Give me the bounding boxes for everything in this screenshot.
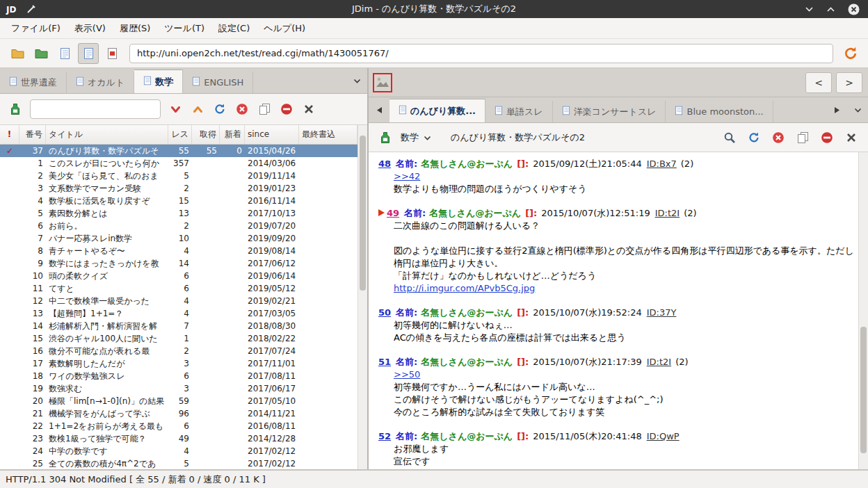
table-row[interactable]: 17素数解明したんだが32017/11/01 [0,357,357,370]
post-number-link[interactable]: 51 [378,357,391,367]
menu-item-0[interactable]: ファイル(F) [4,19,67,38]
table-row[interactable]: 23数検1級って独学で可能？492014/12/28 [0,432,357,445]
post-id-link[interactable]: ID:QwP [647,431,680,441]
menu-item-4[interactable]: 設定(C) [211,19,257,38]
thread-tab-list-button[interactable] [847,99,868,120]
post-id-link[interactable]: ID:t2I [655,208,680,218]
table-row[interactable]: 6お前ら。22019/07/20 [0,220,357,232]
thread-tab-2[interactable]: 洋楽コンサートスレ [553,101,666,122]
post-number-link[interactable]: 52 [378,431,391,441]
board-view-button[interactable] [54,43,75,64]
table-row[interactable]: 13【超難問】1+1=？42017/03/05 [0,307,357,320]
image-thumbnail-icon[interactable] [373,73,392,92]
post-number-link[interactable]: 48 [378,158,391,169]
post-link[interactable]: http://i.imgur.com/APvb5Cg.jpg [394,283,535,293]
table-row[interactable]: 221+1=2をお前らが考える最も62016/08/11 [0,420,357,432]
post-link[interactable]: >>42 [394,171,420,181]
table-row[interactable]: ✓37のんびり算数・数学パズルそ555502015/04/26 [0,145,357,157]
table-row[interactable]: 9数学にはまったきっかけを教142017/06/12 [0,257,357,270]
table-row[interactable]: 24中学の数学です42017/02/12 [0,445,357,457]
board-tab-list-button[interactable] [346,70,367,91]
thread-tab-0[interactable]: のんびり算数... [389,99,485,122]
post-id-link[interactable]: ID:37Y [647,307,677,318]
column-header-last[interactable]: 最終書込 [299,125,357,144]
table-row[interactable]: 14杉浦解析入門・解析演習を解72018/08/30 [0,320,357,332]
table-row[interactable]: 19数強求む32017/06/17 [0,382,357,395]
copy-button[interactable] [255,99,274,119]
menu-item-5[interactable]: ヘルプ(H) [257,19,312,38]
post-id-link[interactable]: ID:t2I [647,357,671,367]
next-view-button[interactable]: > [836,72,862,93]
url-reload-button[interactable] [840,43,861,64]
write-thread-button[interactable] [6,99,25,119]
table-row[interactable]: 16微分不可能な点が表れる最22017/07/24 [0,345,357,357]
close-button[interactable] [842,128,861,147]
board-tab-1[interactable]: オカルト [67,72,134,93]
board-list-scrollbar[interactable] [357,125,367,469]
menu-item-1[interactable]: 表示(V) [67,19,113,38]
board-tab-0[interactable]: 世界遺産 [0,72,67,93]
thread-tab-1[interactable]: 単語スレ [485,101,553,122]
url-input[interactable] [129,44,833,63]
scroll-tabs-right-button[interactable] [826,99,847,120]
thread-scrollbar[interactable] [858,152,868,469]
column-header-mark[interactable]: ! [0,125,19,144]
table-row[interactable]: 15渋谷のギャル100人に聞いた12018/02/22 [0,332,357,345]
thread-scrollbar-thumb[interactable] [860,327,867,453]
stop-button[interactable] [232,99,252,119]
search-down-button[interactable] [166,99,185,119]
post-id-link[interactable]: ID:Bx7 [647,158,677,169]
table-row[interactable]: 4数学板に活気を取り戻すぞ152016/11/14 [0,195,357,207]
stop-button[interactable] [769,128,788,147]
column-header-res[interactable]: レス [168,125,192,144]
write-post-button[interactable] [376,128,395,147]
search-button[interactable] [720,128,739,147]
table-row[interactable]: 25全ての素数の積が4π^2であ52017/02/12 [0,457,357,469]
column-header-title[interactable]: タイトル [46,125,168,144]
table-row[interactable]: 11てすと62019/05/12 [0,282,357,295]
table-row[interactable]: 7バナー応募スレin数学102019/09/20 [0,232,357,245]
close-button[interactable] [299,99,319,119]
table-row[interactable]: 1このスレが目についたら何か3572014/03/06 [0,157,357,170]
boards-folder-button[interactable] [7,43,28,64]
table-row[interactable]: 5素因数分解とは132017/10/13 [0,207,357,220]
table-row[interactable]: 12中二で数検準一級受かった42019/02/21 [0,295,357,307]
table-row[interactable]: 20極限「lim[n→1-0](n)」の結果592017/05/10 [0,395,357,407]
column-header-got[interactable]: 取得 [192,125,220,144]
minimize-button[interactable] [805,6,814,13]
reload-button[interactable] [744,128,764,147]
board-search-input[interactable] [30,99,161,119]
menu-item-3[interactable]: ツール(T) [157,19,211,38]
post-number-link[interactable]: 50 [378,307,391,318]
table-row[interactable]: 18ワイの数学勉強スレ62017/08/11 [0,370,357,382]
table-row[interactable]: 21機械学習をがんばって学ぶ962014/11/21 [0,407,357,420]
table-row[interactable]: 2美少女「ほら見て、私のおま52019/11/14 [0,170,357,182]
reload-button[interactable] [210,99,230,119]
prev-view-button[interactable]: < [805,72,832,93]
post-link[interactable]: >>50 [394,369,420,380]
scroll-tabs-left-button[interactable] [369,99,389,120]
column-header-since[interactable]: since [245,125,299,144]
image-view-button[interactable] [102,43,122,64]
close-button[interactable] [848,3,860,15]
board-tab-3[interactable]: ENGLISH [183,72,253,93]
copy-button[interactable] [793,128,812,147]
table-row[interactable]: 3文系数学でマーカン受験22019/01/23 [0,182,357,195]
favorites-folder-button[interactable] [31,43,51,64]
menu-item-2[interactable]: 履歴(S) [113,19,157,38]
board-tab-2[interactable]: 数学 [134,70,183,93]
board-list-scrollbar-thumb[interactable] [360,136,366,291]
thread-view-button[interactable] [78,43,99,64]
abone-button[interactable] [277,99,296,119]
maximize-button[interactable] [826,6,835,13]
post-number-link[interactable]: 49 [387,208,399,218]
column-header-neu[interactable]: 新着 [220,125,245,144]
abone-button[interactable] [817,128,837,147]
search-up-button[interactable] [188,99,207,119]
board-select-dropdown[interactable]: 数学 [395,129,437,146]
table-row[interactable]: 10頭の柔軟クイズ62019/06/14 [0,270,357,282]
thread-tab-3[interactable]: Blue moonston... [666,101,773,122]
column-header-num[interactable]: 番号 [19,125,46,144]
thread-list-header[interactable]: !番号タイトルレス取得新着since最終書込 [0,125,367,145]
table-row[interactable]: 8青チャートやるぞ〜42019/08/14 [0,245,357,257]
